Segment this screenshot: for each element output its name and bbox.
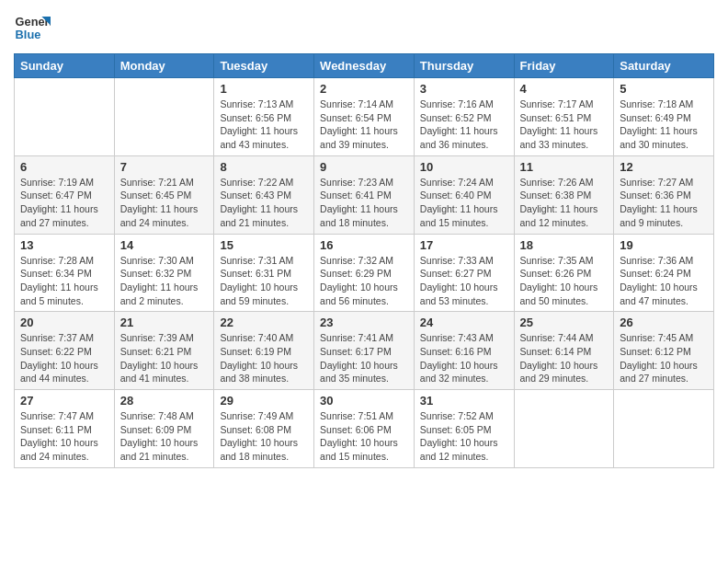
calendar-cell: 15Sunrise: 7:31 AMSunset: 6:31 PMDayligh… [214, 234, 314, 312]
weekday-header-saturday: Saturday [614, 54, 714, 78]
day-info: Sunrise: 7:28 AMSunset: 6:34 PMDaylight:… [20, 254, 108, 308]
day-info: Sunrise: 7:49 AMSunset: 6:08 PMDaylight:… [220, 409, 308, 464]
calendar-table: SundayMondayTuesdayWednesdayThursdayFrid… [14, 53, 714, 468]
calendar-cell: 22Sunrise: 7:40 AMSunset: 6:19 PMDayligh… [214, 312, 314, 390]
page-header: General Blue [14, 9, 714, 46]
day-info: Sunrise: 7:35 AMSunset: 6:26 PMDaylight:… [520, 254, 609, 308]
day-number: 28 [120, 394, 209, 408]
calendar-cell: 13Sunrise: 7:28 AMSunset: 6:34 PMDayligh… [15, 234, 115, 312]
day-info: Sunrise: 7:22 AMSunset: 6:43 PMDaylight:… [220, 176, 308, 230]
day-info: Sunrise: 7:52 AMSunset: 6:05 PMDaylight:… [420, 409, 508, 464]
calendar-cell: 29Sunrise: 7:49 AMSunset: 6:08 PMDayligh… [214, 390, 314, 468]
calendar-cell: 1Sunrise: 7:13 AMSunset: 6:56 PMDaylight… [214, 78, 314, 156]
calendar-cell: 14Sunrise: 7:30 AMSunset: 6:32 PMDayligh… [114, 234, 214, 312]
calendar-cell: 9Sunrise: 7:23 AMSunset: 6:41 PMDaylight… [314, 155, 415, 234]
day-number: 17 [420, 238, 508, 252]
day-info: Sunrise: 7:37 AMSunset: 6:22 PMDaylight:… [20, 331, 108, 385]
day-info: Sunrise: 7:14 AMSunset: 6:54 PMDaylight:… [320, 98, 408, 152]
calendar-cell: 11Sunrise: 7:26 AMSunset: 6:38 PMDayligh… [514, 155, 614, 234]
day-info: Sunrise: 7:43 AMSunset: 6:16 PMDaylight:… [420, 331, 508, 385]
weekday-header-monday: Monday [114, 54, 214, 78]
weekday-header-thursday: Thursday [414, 54, 514, 78]
day-number: 1 [220, 82, 308, 96]
day-number: 31 [420, 394, 508, 408]
calendar-cell: 23Sunrise: 7:41 AMSunset: 6:17 PMDayligh… [314, 312, 415, 390]
calendar-cell [514, 390, 614, 468]
day-info: Sunrise: 7:36 AMSunset: 6:24 PMDaylight:… [620, 254, 708, 308]
day-number: 11 [520, 160, 609, 174]
calendar-cell: 4Sunrise: 7:17 AMSunset: 6:51 PMDaylight… [514, 78, 614, 156]
logo-icon: General Blue [14, 9, 51, 46]
calendar-cell: 16Sunrise: 7:32 AMSunset: 6:29 PMDayligh… [314, 234, 415, 312]
calendar-cell: 27Sunrise: 7:47 AMSunset: 6:11 PMDayligh… [15, 390, 115, 468]
svg-text:General: General [16, 15, 51, 29]
calendar-week-2: 6Sunrise: 7:19 AMSunset: 6:47 PMDaylight… [15, 155, 714, 234]
weekday-header-wednesday: Wednesday [314, 54, 415, 78]
calendar-cell: 28Sunrise: 7:48 AMSunset: 6:09 PMDayligh… [114, 390, 214, 468]
day-number: 16 [320, 238, 408, 252]
weekday-header-sunday: Sunday [15, 54, 115, 78]
day-info: Sunrise: 7:18 AMSunset: 6:49 PMDaylight:… [620, 98, 708, 152]
day-number: 5 [620, 82, 708, 96]
day-info: Sunrise: 7:27 AMSunset: 6:36 PMDaylight:… [620, 176, 708, 230]
calendar-cell: 6Sunrise: 7:19 AMSunset: 6:47 PMDaylight… [15, 155, 115, 234]
calendar-cell: 24Sunrise: 7:43 AMSunset: 6:16 PMDayligh… [414, 312, 514, 390]
calendar-cell: 18Sunrise: 7:35 AMSunset: 6:26 PMDayligh… [514, 234, 614, 312]
day-number: 4 [520, 82, 609, 96]
calendar-cell: 19Sunrise: 7:36 AMSunset: 6:24 PMDayligh… [614, 234, 714, 312]
calendar-cell: 25Sunrise: 7:44 AMSunset: 6:14 PMDayligh… [514, 312, 614, 390]
day-number: 6 [20, 160, 108, 174]
weekday-header-friday: Friday [514, 54, 614, 78]
logo: General Blue [14, 9, 54, 46]
day-info: Sunrise: 7:31 AMSunset: 6:31 PMDaylight:… [220, 254, 308, 308]
day-number: 24 [420, 316, 508, 329]
day-number: 22 [220, 316, 308, 329]
calendar-cell: 10Sunrise: 7:24 AMSunset: 6:40 PMDayligh… [414, 155, 514, 234]
day-info: Sunrise: 7:17 AMSunset: 6:51 PMDaylight:… [520, 98, 609, 152]
day-info: Sunrise: 7:19 AMSunset: 6:47 PMDaylight:… [20, 176, 108, 230]
day-info: Sunrise: 7:47 AMSunset: 6:11 PMDaylight:… [20, 409, 108, 464]
day-number: 9 [320, 160, 408, 174]
weekday-header-row: SundayMondayTuesdayWednesdayThursdayFrid… [15, 54, 714, 78]
day-info: Sunrise: 7:21 AMSunset: 6:45 PMDaylight:… [120, 176, 209, 230]
calendar-cell: 31Sunrise: 7:52 AMSunset: 6:05 PMDayligh… [414, 390, 514, 468]
day-info: Sunrise: 7:30 AMSunset: 6:32 PMDaylight:… [120, 254, 209, 308]
day-info: Sunrise: 7:44 AMSunset: 6:14 PMDaylight:… [520, 331, 609, 385]
day-info: Sunrise: 7:33 AMSunset: 6:27 PMDaylight:… [420, 254, 508, 308]
day-number: 26 [620, 316, 708, 329]
day-info: Sunrise: 7:24 AMSunset: 6:40 PMDaylight:… [420, 176, 508, 230]
day-number: 2 [320, 82, 408, 96]
calendar-cell: 12Sunrise: 7:27 AMSunset: 6:36 PMDayligh… [614, 155, 714, 234]
calendar-cell [114, 78, 214, 156]
calendar-week-4: 20Sunrise: 7:37 AMSunset: 6:22 PMDayligh… [15, 312, 714, 390]
calendar-cell: 21Sunrise: 7:39 AMSunset: 6:21 PMDayligh… [114, 312, 214, 390]
day-number: 19 [620, 238, 708, 252]
day-info: Sunrise: 7:16 AMSunset: 6:52 PMDaylight:… [420, 98, 508, 152]
day-number: 30 [320, 394, 408, 408]
day-number: 23 [320, 316, 408, 329]
day-number: 14 [120, 238, 209, 252]
day-info: Sunrise: 7:41 AMSunset: 6:17 PMDaylight:… [320, 331, 408, 385]
day-info: Sunrise: 7:39 AMSunset: 6:21 PMDaylight:… [120, 331, 209, 385]
day-number: 15 [220, 238, 308, 252]
day-number: 18 [520, 238, 609, 252]
day-info: Sunrise: 7:51 AMSunset: 6:06 PMDaylight:… [320, 409, 408, 464]
day-info: Sunrise: 7:13 AMSunset: 6:56 PMDaylight:… [220, 98, 308, 152]
day-info: Sunrise: 7:48 AMSunset: 6:09 PMDaylight:… [120, 409, 209, 464]
day-info: Sunrise: 7:40 AMSunset: 6:19 PMDaylight:… [220, 331, 308, 385]
day-number: 27 [20, 394, 108, 408]
calendar-cell: 30Sunrise: 7:51 AMSunset: 6:06 PMDayligh… [314, 390, 415, 468]
calendar-cell: 20Sunrise: 7:37 AMSunset: 6:22 PMDayligh… [15, 312, 115, 390]
calendar-cell [15, 78, 115, 156]
day-info: Sunrise: 7:32 AMSunset: 6:29 PMDaylight:… [320, 254, 408, 308]
day-info: Sunrise: 7:45 AMSunset: 6:12 PMDaylight:… [620, 331, 708, 385]
day-number: 21 [120, 316, 209, 329]
calendar-week-5: 27Sunrise: 7:47 AMSunset: 6:11 PMDayligh… [15, 390, 714, 468]
day-number: 3 [420, 82, 508, 96]
day-number: 25 [520, 316, 609, 329]
day-number: 8 [220, 160, 308, 174]
day-number: 13 [20, 238, 108, 252]
day-number: 10 [420, 160, 508, 174]
calendar-cell: 2Sunrise: 7:14 AMSunset: 6:54 PMDaylight… [314, 78, 415, 156]
calendar-week-1: 1Sunrise: 7:13 AMSunset: 6:56 PMDaylight… [15, 78, 714, 156]
